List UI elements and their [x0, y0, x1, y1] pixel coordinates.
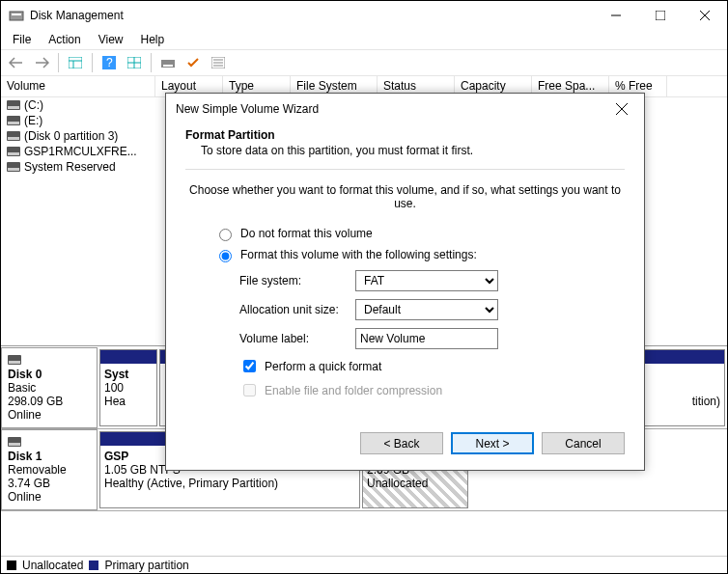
- allocation-label: Allocation unit size:: [239, 303, 355, 316]
- partition-info: Healthy (Active, Primary Partition): [104, 477, 355, 490]
- dialog-subheading: To store data on this partition, you mus…: [185, 144, 625, 169]
- toolbar: ?: [1, 49, 727, 76]
- grid-icon[interactable]: [123, 52, 146, 73]
- volume-label: (C:): [24, 98, 43, 112]
- legend-swatch-primary: [89, 560, 98, 570]
- disk-icon: [8, 437, 21, 447]
- disk-icon: [8, 355, 21, 365]
- disk-size: 298.09 GB: [8, 395, 91, 408]
- menu-view[interactable]: View: [91, 31, 131, 48]
- volume-label-label: Volume label:: [239, 332, 355, 345]
- checkbox-input[interactable]: [243, 360, 256, 372]
- minimize-button[interactable]: [594, 1, 638, 30]
- volume-icon: [7, 147, 20, 156]
- col-volume[interactable]: Volume: [1, 76, 155, 96]
- disk-label[interactable]: Disk 0 Basic 298.09 GB Online: [1, 347, 98, 428]
- back-icon[interactable]: [5, 52, 28, 73]
- volume-icon: [7, 162, 20, 172]
- next-button[interactable]: Next >: [451, 432, 534, 454]
- dialog-instruction: Choose whether you want to format this v…: [185, 183, 625, 210]
- disk-name: Disk 0: [8, 368, 91, 381]
- disk-size: 3.74 GB: [8, 477, 91, 490]
- partition-info: 100: [104, 381, 153, 395]
- disk-label[interactable]: Disk 1 Removable 3.74 GB Online: [1, 429, 98, 510]
- menu-action[interactable]: Action: [41, 31, 88, 48]
- volume-label: (Disk 0 partition 3): [24, 129, 118, 143]
- svg-rect-3: [656, 11, 665, 20]
- list-icon[interactable]: [207, 52, 230, 73]
- check-icon[interactable]: [182, 52, 205, 73]
- volume-icon: [7, 116, 20, 125]
- volume-icon: [7, 100, 20, 110]
- radio-label: Do not format this volume: [240, 227, 373, 240]
- help-icon[interactable]: ?: [98, 52, 121, 73]
- back-button[interactable]: < Back: [360, 432, 443, 454]
- wizard-dialog: New Simple Volume Wizard Format Partitio…: [165, 93, 645, 471]
- filesystem-label: File system:: [239, 274, 355, 287]
- radio-label: Format this volume with the following se…: [240, 248, 477, 261]
- volume-label: System Reserved: [24, 160, 116, 174]
- checkbox-label: Perform a quick format: [265, 360, 381, 373]
- svg-rect-15: [163, 65, 173, 67]
- close-button[interactable]: [683, 1, 727, 30]
- volume-label: (E:): [24, 114, 42, 127]
- dialog-close-button[interactable]: [609, 98, 634, 120]
- partition-name: Syst: [104, 368, 153, 381]
- legend: Unallocated Primary partition: [1, 556, 727, 573]
- checkbox-compression: Enable file and folder compression: [239, 381, 625, 399]
- svg-text:?: ?: [106, 56, 113, 69]
- checkbox-label: Enable file and folder compression: [265, 384, 442, 397]
- partition-info: Unallocated: [367, 477, 463, 490]
- radio-input[interactable]: [219, 250, 232, 262]
- dialog-title: New Simple Volume Wizard: [176, 102, 319, 116]
- allocation-select[interactable]: Default: [355, 299, 498, 320]
- volume-label: GSP1RMCULXFRE...: [24, 145, 137, 158]
- titlebar: Disk Management: [1, 1, 727, 30]
- volume-icon: [7, 131, 20, 141]
- volume-label-input[interactable]: [355, 328, 498, 349]
- radio-do-not-format[interactable]: Do not format this volume: [214, 226, 625, 241]
- radio-input[interactable]: [219, 229, 232, 241]
- legend-label: Primary partition: [104, 559, 188, 572]
- checkbox-input: [243, 384, 256, 396]
- checkbox-quick-format[interactable]: Perform a quick format: [239, 357, 625, 375]
- window-title: Disk Management: [30, 9, 594, 22]
- svg-rect-0: [10, 12, 23, 20]
- app-icon: [9, 8, 24, 23]
- disk-type: Basic: [8, 381, 91, 395]
- filesystem-select[interactable]: FAT: [355, 270, 498, 291]
- svg-rect-6: [69, 57, 82, 68]
- cancel-button[interactable]: Cancel: [542, 432, 625, 454]
- partition-info: Hea: [104, 395, 153, 408]
- disk-name: Disk 1: [8, 450, 91, 463]
- disk-icon[interactable]: [156, 52, 180, 73]
- menu-help[interactable]: Help: [133, 31, 173, 48]
- menubar: File Action View Help: [1, 30, 727, 49]
- radio-format-with-settings[interactable]: Format this volume with the following se…: [214, 247, 625, 262]
- disk-status: Online: [8, 408, 91, 422]
- menu-file[interactable]: File: [5, 31, 39, 48]
- disk-type: Removable: [8, 463, 91, 477]
- partition[interactable]: Syst 100 Hea: [99, 349, 157, 426]
- layout-icon[interactable]: [64, 52, 87, 73]
- legend-swatch-unalloc: [7, 560, 16, 570]
- legend-label: Unallocated: [22, 559, 83, 572]
- dialog-heading: Format Partition: [185, 128, 625, 142]
- dialog-titlebar: New Simple Volume Wizard: [166, 94, 644, 124]
- svg-rect-1: [12, 14, 21, 15]
- maximize-button[interactable]: [638, 1, 683, 30]
- forward-icon[interactable]: [30, 52, 53, 73]
- disk-status: Online: [8, 490, 91, 504]
